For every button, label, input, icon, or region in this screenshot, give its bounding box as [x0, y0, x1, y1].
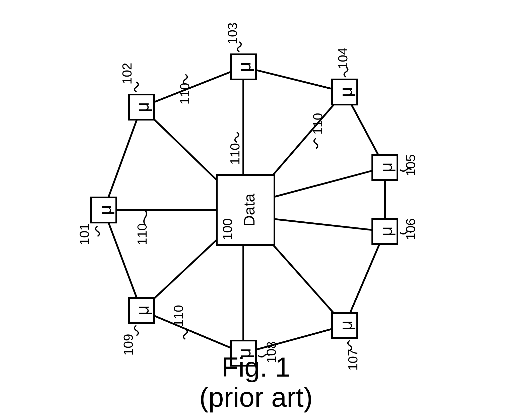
node-ref-label: 101: [77, 223, 92, 245]
node-109: μ 109: [121, 298, 154, 356]
node-107: μ 107: [332, 313, 360, 371]
link-spoke: [265, 92, 345, 185]
link-ref-label: 110: [310, 113, 325, 135]
mu-icon: μ: [336, 320, 356, 330]
node-104: μ 104: [332, 48, 357, 105]
node-ref-label: 102: [120, 63, 134, 85]
link-ref-label: 110: [228, 143, 242, 165]
mu-icon: μ: [235, 62, 254, 72]
link-ref-label: 110: [135, 223, 149, 245]
caption-line1: Fig. 1: [221, 351, 290, 382]
link-ref-label: 110: [177, 83, 192, 105]
lead-line: [144, 210, 147, 225]
lead-line: [135, 82, 138, 92]
lead-line: [96, 226, 99, 236]
node-ref-label: 103: [225, 23, 240, 44]
link-perimeter: [104, 107, 142, 210]
node-ref-label: 104: [336, 48, 350, 70]
mu-icon: μ: [376, 226, 396, 236]
node-ref-label: 106: [403, 218, 418, 240]
mu-icon: μ: [95, 205, 115, 215]
link-perimeter: [142, 67, 243, 107]
caption-line2: (prior art): [199, 382, 313, 412]
center-node: 100 Data: [217, 175, 275, 245]
link-perimeter: [142, 311, 243, 353]
lead-line: [314, 139, 318, 149]
figure-caption: Fig. 1 (prior art): [199, 351, 313, 412]
link-spoke: [272, 167, 385, 198]
link-perimeter: [243, 67, 345, 92]
diagram-inner: 100 Data μ 101 μ 102 μ 103: [77, 23, 418, 371]
node-105: μ 105: [372, 154, 418, 180]
node-102: μ 102: [120, 63, 154, 120]
center-ref-label: 100: [220, 218, 235, 240]
node-ref-label: 107: [346, 349, 360, 371]
node-101: μ 101: [77, 198, 116, 245]
link-perimeter: [345, 231, 385, 326]
link-spoke: [272, 219, 385, 231]
node-103: μ 103: [225, 23, 256, 80]
link-ref-label: 110: [171, 305, 186, 327]
node-ref-label: 109: [121, 334, 136, 356]
node-ref-label: 105: [403, 154, 418, 176]
node-106: μ 106: [372, 218, 418, 244]
mu-icon: μ: [133, 305, 152, 315]
link-spoke: [265, 235, 345, 326]
link-perimeter: [243, 326, 345, 353]
lead-line: [183, 329, 187, 339]
mu-icon: μ: [376, 162, 396, 172]
lead-line: [235, 132, 239, 142]
mu-icon: μ: [336, 87, 356, 97]
center-label: Data: [240, 194, 258, 226]
diagram-canvas: 100 Data μ 101 μ 102 μ 103: [0, 0, 512, 420]
mu-icon: μ: [133, 102, 152, 112]
